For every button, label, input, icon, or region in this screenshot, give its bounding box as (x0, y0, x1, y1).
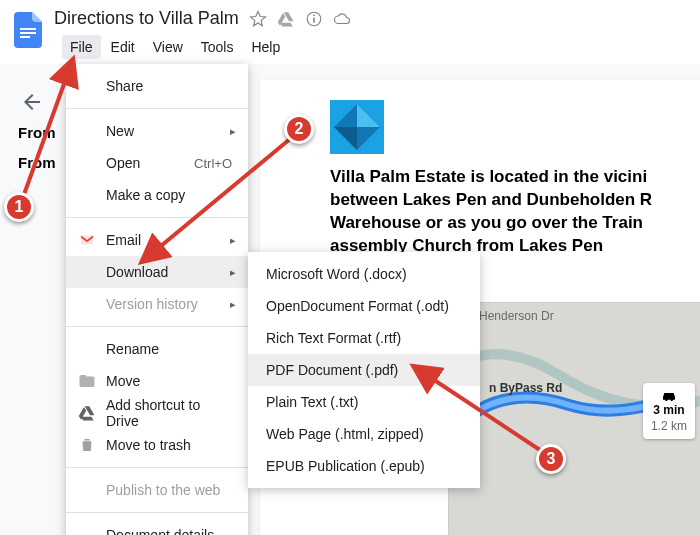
menu-view[interactable]: View (145, 35, 191, 59)
badge-distance: 1.2 km (651, 419, 687, 433)
svg-rect-2 (20, 36, 30, 38)
document-title[interactable]: Directions to Villa Palm (54, 8, 239, 29)
svg-rect-5 (313, 14, 315, 16)
shortcut: Ctrl+O (194, 156, 232, 171)
menu-item-new[interactable]: New (66, 115, 248, 147)
body-line: between Lakes Pen and Dunbeholden R (330, 189, 690, 212)
drive-shortcut-icon (78, 404, 96, 422)
street-label: Henderson Dr (479, 309, 554, 323)
map-time-badge: 3 min 1.2 km (643, 383, 695, 439)
menu-item-move[interactable]: Move (66, 365, 248, 397)
trash-icon (78, 436, 96, 454)
document-body-text: Villa Palm Estate is located in the vici… (330, 166, 690, 258)
label: Document details (106, 527, 214, 535)
menu-item-open[interactable]: OpenCtrl+O (66, 147, 248, 179)
download-rtf[interactable]: Rich Text Format (.rtf) (248, 322, 480, 354)
download-pdf[interactable]: PDF Document (.pdf) (248, 354, 480, 386)
menu-separator (66, 108, 248, 109)
map-image: Henderson Dr n ByPass Rd 3 min 1.2 km (448, 302, 700, 535)
menu-separator (66, 512, 248, 513)
body-line: Warehouse or as you go over the Train (330, 212, 690, 235)
doc-text-fragment: From (18, 124, 56, 141)
annotation-callout-3: 3 (536, 444, 566, 474)
doc-text-fragment: From (18, 154, 56, 171)
menu-help[interactable]: Help (243, 35, 288, 59)
body-line: Villa Palm Estate is located in the vici… (330, 166, 690, 189)
badge-time: 3 min (653, 403, 684, 417)
annotation-callout-1: 1 (4, 192, 34, 222)
label: Make a copy (106, 187, 185, 203)
menu-file[interactable]: File (62, 35, 101, 59)
label: PDF Document (.pdf) (266, 362, 398, 378)
gmail-icon (78, 231, 96, 249)
download-epub[interactable]: EPUB Publication (.epub) (248, 450, 480, 482)
label: Move (106, 373, 140, 389)
svg-rect-1 (20, 32, 36, 34)
menu-item-email[interactable]: Email (66, 224, 248, 256)
label: Rename (106, 341, 159, 357)
label: Rich Text Format (.rtf) (266, 330, 401, 346)
menu-item-make-copy[interactable]: Make a copy (66, 179, 248, 211)
download-submenu: Microsoft Word (.docx) OpenDocument Form… (248, 252, 480, 488)
label: EPUB Publication (.epub) (266, 458, 425, 474)
drive-icon[interactable] (277, 10, 295, 28)
label: Version history (106, 296, 198, 312)
menu-item-document-details[interactable]: Document details (66, 519, 248, 535)
file-menu-dropdown: Share New OpenCtrl+O Make a copy Email D… (66, 64, 248, 535)
menu-item-publish[interactable]: Publish to the web (66, 474, 248, 506)
info-icon[interactable] (305, 10, 323, 28)
docs-logo[interactable] (8, 8, 48, 56)
menu-item-move-to-trash[interactable]: Move to trash (66, 429, 248, 461)
menu-item-version-history[interactable]: Version history (66, 288, 248, 320)
label: OpenDocument Format (.odt) (266, 298, 449, 314)
label: Microsoft Word (.docx) (266, 266, 407, 282)
annotation-callout-2: 2 (284, 114, 314, 144)
menu-separator (66, 217, 248, 218)
menu-item-rename[interactable]: Rename (66, 333, 248, 365)
inline-image-logo (330, 100, 384, 154)
label: Web Page (.html, zipped) (266, 426, 424, 442)
download-docx[interactable]: Microsoft Word (.docx) (248, 258, 480, 290)
menu-separator (66, 467, 248, 468)
menu-item-download[interactable]: Download (66, 256, 248, 288)
menu-item-add-shortcut[interactable]: Add shortcut to Drive (66, 397, 248, 429)
label: Download (106, 264, 168, 280)
app-header: Directions to Villa Palm File Edit View … (0, 0, 700, 64)
label: Plain Text (.txt) (266, 394, 358, 410)
back-arrow-icon[interactable] (20, 90, 44, 114)
label: Publish to the web (106, 482, 220, 498)
download-txt[interactable]: Plain Text (.txt) (248, 386, 480, 418)
menu-item-share[interactable]: Share (66, 70, 248, 102)
car-icon (661, 389, 677, 401)
menu-tools[interactable]: Tools (193, 35, 242, 59)
menubar: File Edit View Tools Help (48, 35, 692, 59)
star-icon[interactable] (249, 10, 267, 28)
label: Add shortcut to Drive (106, 397, 232, 429)
download-odt[interactable]: OpenDocument Format (.odt) (248, 290, 480, 322)
label: Move to trash (106, 437, 191, 453)
menu-separator (66, 326, 248, 327)
label: Email (106, 232, 141, 248)
folder-move-icon (78, 372, 96, 390)
download-html[interactable]: Web Page (.html, zipped) (248, 418, 480, 450)
svg-rect-0 (20, 28, 36, 30)
street-label: n ByPass Rd (489, 381, 562, 395)
menu-edit[interactable]: Edit (103, 35, 143, 59)
label: Share (106, 78, 143, 94)
cloud-saved-icon[interactable] (333, 10, 351, 28)
svg-rect-4 (313, 17, 315, 22)
label: Open (106, 155, 140, 171)
label: New (106, 123, 134, 139)
